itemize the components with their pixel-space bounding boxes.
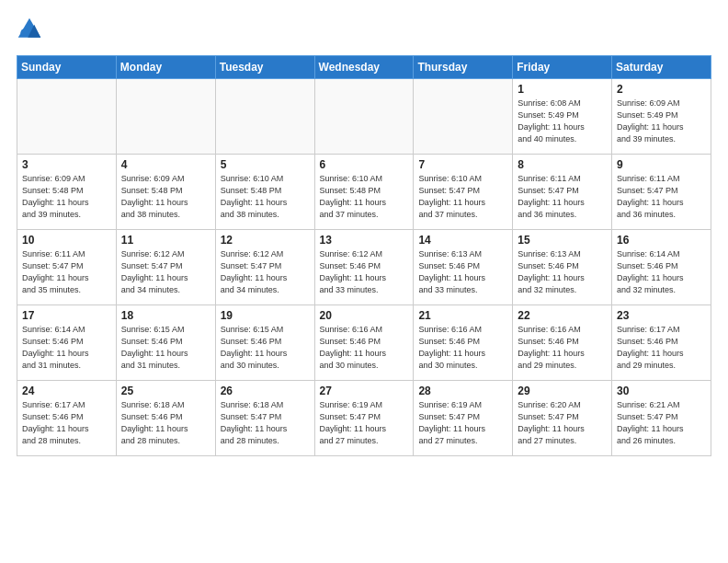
day-number: 2 bbox=[617, 83, 706, 96]
calendar-week: 10Sunrise: 6:11 AM Sunset: 5:47 PM Dayli… bbox=[17, 230, 711, 305]
calendar-cell: 4Sunrise: 6:09 AM Sunset: 5:48 PM Daylig… bbox=[116, 155, 215, 230]
weekday-header: Monday bbox=[116, 56, 215, 79]
day-number: 19 bbox=[221, 309, 310, 322]
day-number: 29 bbox=[518, 385, 607, 397]
calendar-week: 3Sunrise: 6:09 AM Sunset: 5:48 PM Daylig… bbox=[17, 155, 711, 230]
day-number: 9 bbox=[617, 158, 706, 171]
day-number: 4 bbox=[121, 158, 210, 171]
day-number: 27 bbox=[320, 385, 409, 397]
day-info: Sunrise: 6:15 AM Sunset: 5:46 PM Dayligh… bbox=[121, 324, 210, 372]
calendar-cell: 6Sunrise: 6:10 AM Sunset: 5:48 PM Daylig… bbox=[314, 155, 414, 230]
day-number: 21 bbox=[418, 309, 507, 322]
calendar-cell bbox=[215, 79, 314, 155]
day-number: 26 bbox=[221, 385, 310, 397]
calendar-cell: 28Sunrise: 6:19 AM Sunset: 5:47 PM Dayli… bbox=[414, 381, 513, 456]
calendar-cell: 21Sunrise: 6:16 AM Sunset: 5:46 PM Dayli… bbox=[414, 305, 513, 381]
day-info: Sunrise: 6:19 AM Sunset: 5:47 PM Dayligh… bbox=[320, 399, 409, 447]
weekday-row: SundayMondayTuesdayWednesdayThursdayFrid… bbox=[17, 56, 711, 79]
calendar: SundayMondayTuesdayWednesdayThursdayFrid… bbox=[17, 55, 711, 456]
day-info: Sunrise: 6:21 AM Sunset: 5:47 PM Dayligh… bbox=[617, 399, 706, 447]
day-number: 12 bbox=[221, 234, 310, 247]
day-info: Sunrise: 6:12 AM Sunset: 5:47 PM Dayligh… bbox=[121, 248, 210, 296]
day-number: 5 bbox=[221, 158, 310, 171]
calendar-cell: 17Sunrise: 6:14 AM Sunset: 5:46 PM Dayli… bbox=[17, 305, 117, 381]
calendar-cell: 15Sunrise: 6:13 AM Sunset: 5:46 PM Dayli… bbox=[513, 230, 612, 305]
calendar-cell: 27Sunrise: 6:19 AM Sunset: 5:47 PM Dayli… bbox=[314, 381, 414, 456]
day-info: Sunrise: 6:18 AM Sunset: 5:47 PM Dayligh… bbox=[221, 399, 310, 447]
calendar-cell bbox=[414, 79, 513, 155]
calendar-week: 24Sunrise: 6:17 AM Sunset: 5:46 PM Dayli… bbox=[17, 381, 711, 456]
calendar-cell: 19Sunrise: 6:15 AM Sunset: 5:46 PM Dayli… bbox=[215, 305, 314, 381]
day-number: 11 bbox=[121, 234, 210, 247]
day-number: 3 bbox=[22, 158, 111, 171]
weekday-header: Friday bbox=[513, 56, 612, 79]
day-info: Sunrise: 6:08 AM Sunset: 5:49 PM Dayligh… bbox=[518, 98, 607, 145]
day-number: 22 bbox=[518, 309, 607, 322]
calendar-cell: 2Sunrise: 6:09 AM Sunset: 5:49 PM Daylig… bbox=[612, 79, 711, 155]
day-info: Sunrise: 6:16 AM Sunset: 5:46 PM Dayligh… bbox=[320, 324, 409, 372]
calendar-header: SundayMondayTuesdayWednesdayThursdayFrid… bbox=[17, 56, 711, 79]
page: SundayMondayTuesdayWednesdayThursdayFrid… bbox=[0, 0, 728, 467]
calendar-cell bbox=[17, 79, 117, 155]
calendar-cell: 10Sunrise: 6:11 AM Sunset: 5:47 PM Dayli… bbox=[17, 230, 117, 305]
day-number: 13 bbox=[320, 234, 409, 247]
day-number: 30 bbox=[617, 385, 706, 397]
day-info: Sunrise: 6:13 AM Sunset: 5:46 PM Dayligh… bbox=[418, 248, 507, 296]
day-number: 18 bbox=[121, 309, 210, 322]
day-info: Sunrise: 6:10 AM Sunset: 5:48 PM Dayligh… bbox=[221, 173, 310, 221]
day-info: Sunrise: 6:16 AM Sunset: 5:46 PM Dayligh… bbox=[418, 324, 507, 372]
day-number: 17 bbox=[22, 309, 111, 322]
calendar-body: 1Sunrise: 6:08 AM Sunset: 5:49 PM Daylig… bbox=[17, 79, 711, 456]
calendar-cell bbox=[116, 79, 215, 155]
logo-icon bbox=[17, 17, 42, 42]
day-info: Sunrise: 6:09 AM Sunset: 5:48 PM Dayligh… bbox=[22, 173, 111, 221]
weekday-header: Tuesday bbox=[215, 56, 314, 79]
day-number: 1 bbox=[518, 83, 607, 96]
day-info: Sunrise: 6:12 AM Sunset: 5:47 PM Dayligh… bbox=[221, 248, 310, 296]
calendar-cell: 11Sunrise: 6:12 AM Sunset: 5:47 PM Dayli… bbox=[116, 230, 215, 305]
calendar-cell: 14Sunrise: 6:13 AM Sunset: 5:46 PM Dayli… bbox=[414, 230, 513, 305]
day-info: Sunrise: 6:14 AM Sunset: 5:46 PM Dayligh… bbox=[22, 324, 111, 372]
day-info: Sunrise: 6:14 AM Sunset: 5:46 PM Dayligh… bbox=[617, 248, 706, 296]
day-number: 28 bbox=[418, 385, 507, 397]
day-info: Sunrise: 6:17 AM Sunset: 5:46 PM Dayligh… bbox=[22, 399, 111, 447]
day-number: 14 bbox=[418, 234, 507, 247]
svg-point-2 bbox=[20, 29, 28, 37]
calendar-cell: 18Sunrise: 6:15 AM Sunset: 5:46 PM Dayli… bbox=[116, 305, 215, 381]
calendar-cell: 22Sunrise: 6:16 AM Sunset: 5:46 PM Dayli… bbox=[513, 305, 612, 381]
day-number: 23 bbox=[617, 309, 706, 322]
calendar-cell: 13Sunrise: 6:12 AM Sunset: 5:46 PM Dayli… bbox=[314, 230, 414, 305]
day-number: 8 bbox=[518, 158, 607, 171]
calendar-cell bbox=[314, 79, 414, 155]
day-info: Sunrise: 6:10 AM Sunset: 5:48 PM Dayligh… bbox=[320, 173, 409, 221]
day-info: Sunrise: 6:18 AM Sunset: 5:46 PM Dayligh… bbox=[121, 399, 210, 447]
day-info: Sunrise: 6:16 AM Sunset: 5:46 PM Dayligh… bbox=[518, 324, 607, 372]
calendar-cell: 26Sunrise: 6:18 AM Sunset: 5:47 PM Dayli… bbox=[215, 381, 314, 456]
day-info: Sunrise: 6:13 AM Sunset: 5:46 PM Dayligh… bbox=[518, 248, 607, 296]
calendar-cell: 25Sunrise: 6:18 AM Sunset: 5:46 PM Dayli… bbox=[116, 381, 215, 456]
day-number: 7 bbox=[418, 158, 507, 171]
calendar-cell: 20Sunrise: 6:16 AM Sunset: 5:46 PM Dayli… bbox=[314, 305, 414, 381]
day-info: Sunrise: 6:15 AM Sunset: 5:46 PM Dayligh… bbox=[221, 324, 310, 372]
day-number: 10 bbox=[22, 234, 111, 247]
weekday-header: Saturday bbox=[612, 56, 711, 79]
calendar-cell: 24Sunrise: 6:17 AM Sunset: 5:46 PM Dayli… bbox=[17, 381, 117, 456]
day-info: Sunrise: 6:09 AM Sunset: 5:48 PM Dayligh… bbox=[121, 173, 210, 221]
day-info: Sunrise: 6:09 AM Sunset: 5:49 PM Dayligh… bbox=[617, 98, 706, 145]
calendar-week: 1Sunrise: 6:08 AM Sunset: 5:49 PM Daylig… bbox=[17, 79, 711, 155]
calendar-cell: 5Sunrise: 6:10 AM Sunset: 5:48 PM Daylig… bbox=[215, 155, 314, 230]
calendar-cell: 30Sunrise: 6:21 AM Sunset: 5:47 PM Dayli… bbox=[612, 381, 711, 456]
day-info: Sunrise: 6:11 AM Sunset: 5:47 PM Dayligh… bbox=[518, 173, 607, 221]
calendar-cell: 9Sunrise: 6:11 AM Sunset: 5:47 PM Daylig… bbox=[612, 155, 711, 230]
day-info: Sunrise: 6:10 AM Sunset: 5:47 PM Dayligh… bbox=[418, 173, 507, 221]
weekday-header: Thursday bbox=[414, 56, 513, 79]
day-info: Sunrise: 6:20 AM Sunset: 5:47 PM Dayligh… bbox=[518, 399, 607, 447]
calendar-cell: 29Sunrise: 6:20 AM Sunset: 5:47 PM Dayli… bbox=[513, 381, 612, 456]
day-info: Sunrise: 6:19 AM Sunset: 5:47 PM Dayligh… bbox=[418, 399, 507, 447]
day-number: 6 bbox=[320, 158, 409, 171]
day-info: Sunrise: 6:11 AM Sunset: 5:47 PM Dayligh… bbox=[617, 173, 706, 221]
calendar-cell: 8Sunrise: 6:11 AM Sunset: 5:47 PM Daylig… bbox=[513, 155, 612, 230]
calendar-cell: 1Sunrise: 6:08 AM Sunset: 5:49 PM Daylig… bbox=[513, 79, 612, 155]
day-number: 15 bbox=[518, 234, 607, 247]
calendar-cell: 16Sunrise: 6:14 AM Sunset: 5:46 PM Dayli… bbox=[612, 230, 711, 305]
